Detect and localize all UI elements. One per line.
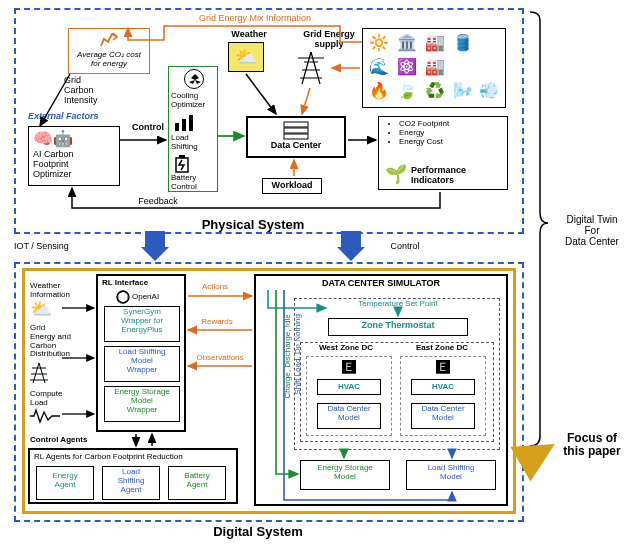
digital-twin-caption: Digital Twin For Data Center <box>544 214 640 247</box>
external-factors-label: External Factors <box>28 112 114 122</box>
hydro-icon: 🌊 <box>369 57 389 76</box>
robot-icon: 🤖 <box>53 129 73 148</box>
focus-caption: Focus of this paper <box>552 432 632 458</box>
brain-icon: 🧠 <box>33 129 53 148</box>
feedback-label: Feedback <box>130 197 186 207</box>
east-zone-label: East Zone DC <box>404 344 480 353</box>
energy-storage-model-box: Energy Storage Model <box>300 460 390 490</box>
performance-indicators-box: CO2 Footprint Energy Energy Cost 🌱 Perfo… <box>378 116 508 190</box>
physical-system-title: Physical System <box>180 218 326 232</box>
rewards-label: Rewards <box>192 318 242 327</box>
svg-rect-1 <box>182 119 186 131</box>
grid-carbon-intensity-label: Grid Carbon Intensity <box>64 76 112 106</box>
svg-line-28 <box>524 448 548 462</box>
simulator-title: DATA CENTER SIMULATOR <box>256 278 506 288</box>
control-agents-title: Control Agents <box>30 436 110 445</box>
pylon2-icon <box>30 362 48 386</box>
openai-label: OpenAI <box>132 292 159 301</box>
waveform-icon <box>30 408 60 426</box>
bars-icon <box>173 115 197 133</box>
renew-icon: ♻️ <box>425 81 445 100</box>
control-label: Control <box>128 123 168 133</box>
openai-icon <box>116 290 130 306</box>
load-shifting-model-box: Load Shifting Model <box>406 460 496 490</box>
west-zone-label: West Zone DC <box>308 344 384 353</box>
leaf-icon: 🍃 <box>397 81 417 100</box>
synergym-box: SynerGym Wrapper for EnergyPlus <box>104 306 180 342</box>
west-hvac-box: HVAC <box>317 379 381 395</box>
avg-co2-box: Average CO₂ cost for energy <box>68 28 150 74</box>
wind-icon: 🌬️ <box>453 81 473 100</box>
battery-phys-icon <box>175 155 189 175</box>
fan-icon <box>184 69 204 89</box>
oil-icon: 🛢️ <box>453 33 473 52</box>
grid-mix-info-label: Grid Energy Mix Information <box>170 14 340 24</box>
svg-point-16 <box>117 291 129 303</box>
svg-rect-2 <box>189 115 193 131</box>
building-icon: 🏛️ <box>397 33 417 52</box>
grid-supply-label: Grid Energy supply <box>290 30 368 50</box>
west-dc-model-box: Data Center Model <box>317 403 381 429</box>
west-zone-box: 🅴 HVAC Data Center Model <box>306 356 392 436</box>
ep-logo-east-icon: 🅴 <box>401 359 485 375</box>
temp-setpoint-label: Temperature Set Point <box>338 300 458 309</box>
weather-icon: ⛅ <box>30 298 52 320</box>
load-shifting-agent-box: Load Shifting Agent <box>102 466 160 500</box>
ai-optimizer-box: 🧠 🤖 AI Carbon Footprint Optimizer <box>28 126 120 186</box>
energy-sources-box: 🔆 🏛️ 🏭 🛢️ 🌊 ⚛️ 🏭 🔥 🍃 ♻️ 🌬️ 💨 <box>362 28 506 108</box>
load-shifting-wrapper-box: Load Shifting Model Wrapper <box>104 346 180 382</box>
svg-rect-0 <box>175 123 179 131</box>
rl-interface-title: RL Interface <box>102 278 148 287</box>
atom-icon: ⚛️ <box>397 57 417 76</box>
rl-interface-box: RL Interface OpenAI SynerGym Wrapper for… <box>96 274 186 432</box>
plant-icon: 🏭 <box>425 57 445 76</box>
control-agents-box: RL Agents for Carbon Footprint Reduction… <box>28 448 238 504</box>
actions-label: Actions <box>192 283 238 292</box>
east-dc-model-box: Data Center Model <box>411 403 475 429</box>
iot-sensing-label: IOT / Sensing <box>14 242 90 252</box>
compute-load-label: Compute Load <box>30 390 84 408</box>
grid-dist-label: Grid Energy and Carbon Distribution <box>30 324 90 359</box>
svg-rect-7 <box>284 134 308 139</box>
energy-agent-box: Energy Agent <box>36 466 94 500</box>
ep-logo-west-icon: 🅴 <box>307 359 391 375</box>
charge-label: Charge, Discharge, Idle <box>284 296 293 416</box>
digital-system-title: Digital System <box>188 525 328 539</box>
data-center-box: Data Center <box>246 116 346 158</box>
shift-load-label: Shift Load, Do Nothing <box>294 299 303 409</box>
battery-agent-box: Battery Agent <box>168 466 226 500</box>
weather-box-phys: ⛅ <box>228 42 264 72</box>
solar-icon: 🔆 <box>369 33 389 52</box>
control-between-label: Control <box>380 242 430 252</box>
weather-label-phys: Weather <box>224 30 274 40</box>
east-hvac-box: HVAC <box>411 379 475 395</box>
hand-leaf-icon: 🌱 <box>385 163 407 185</box>
control-column: Cooling Optimizer Load Shifting Battery … <box>168 66 218 192</box>
turbine-icon: 💨 <box>479 81 499 100</box>
factory-icon: 🏭 <box>425 33 445 52</box>
rl-agents-label: RL Agents for Carbon Footprint Reduction <box>34 452 183 461</box>
svg-rect-6 <box>284 128 308 133</box>
pylon-icon <box>298 50 324 88</box>
energy-storage-wrapper-box: Energy Storage Model Wrapper <box>104 386 180 422</box>
workload-box: Workload <box>262 178 322 194</box>
observations-label: Observations <box>188 354 252 363</box>
zone-thermostat-box: Zone Thermostat <box>328 318 468 336</box>
flame-icon: 🔥 <box>369 81 389 100</box>
svg-rect-5 <box>284 122 308 127</box>
east-zone-box: 🅴 HVAC Data Center Model <box>400 356 486 436</box>
weather-info-label: Weather Information <box>30 282 86 300</box>
